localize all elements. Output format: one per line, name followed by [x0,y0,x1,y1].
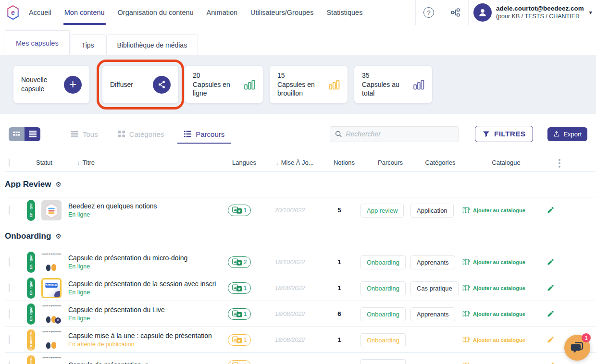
edit-pencil-icon[interactable] [547,284,554,291]
languages-badge: A ★ 1 [228,334,251,346]
category-chip: Cas pratique [410,281,459,295]
add-to-catalog-button[interactable]: Ajouter au catalogue [460,362,542,364]
table-row[interactable]: En ligne Capsule de présentation TUTORIA… [5,249,596,275]
add-to-catalog-button[interactable]: Ajouter au catalogue [460,336,542,343]
filter-tab-parcours[interactable]: Parcours [184,130,224,138]
select-all-checkbox[interactable] [9,158,10,167]
diffuser-card[interactable]: Diffuser [102,66,178,103]
add-to-catalog-button[interactable]: Ajouter au catalogue [460,206,542,214]
languages-count: 2 [244,259,247,266]
row-checkbox[interactable] [9,283,10,292]
stat-card-online[interactable]: 20 Capsules en ligne [185,66,263,103]
row-checkbox[interactable] [9,335,10,344]
gear-icon[interactable] [55,181,62,188]
nav-statistiques[interactable]: Statistiques [326,7,362,18]
nav-utilisateurs[interactable]: Utilisateurs/Groupes [250,7,313,18]
new-capsule-card[interactable]: Nouvelle capsule [13,66,89,103]
nav-animation[interactable]: Animation [207,7,237,18]
parcours-chip: Onboarding [360,333,406,347]
export-icon [553,131,560,137]
tab-tips[interactable]: Tips [71,35,105,55]
table-row[interactable]: En attente... Capsule de présentation TU… [5,327,596,353]
stat-card-total[interactable]: 35 Capsules au total [354,66,432,103]
help-button[interactable] [415,0,442,25]
filter-tab-tous[interactable]: Tous [71,130,98,138]
table-row[interactable]: En attente... Capsule de présentation TU… [5,353,596,364]
row-checkbox[interactable] [9,309,10,318]
capsule-thumbnail[interactable]: Capsule de présentation TUTORIAL [41,252,62,272]
stat-draft-text: 15 Capsules en brouillon [277,71,323,98]
row-checkbox[interactable] [9,206,10,215]
catalog-book-icon [462,310,470,317]
languages-count: 1 [244,285,247,291]
table-row[interactable]: En ligne Capsule de présentation TUTORIA… [5,197,596,223]
status-pill-label: En ligne [29,203,33,217]
table-row[interactable]: En ligne Capsule de présentation TUTORIA… [5,301,596,327]
add-to-catalog-button[interactable]: Ajouter au catalogue [460,258,542,266]
languages-count: 1 [244,337,247,343]
list-view-icon[interactable] [25,127,40,141]
gear-icon[interactable] [55,232,62,240]
stat-card-draft[interactable]: 15 Capsules en brouillon [270,66,348,103]
capsule-title[interactable]: Capsule de présentation de la session av… [68,280,216,288]
col-mise-a-jour[interactable]: Mise À Jo... [266,159,323,166]
table-body: App Review En ligne Capsule de présentat… [5,171,596,364]
capsule-thumbnail[interactable]: Capsule de présentation TUTORIAL [41,356,62,364]
languages-badge: A ★ 1 [228,205,251,216]
row-checkbox[interactable] [9,257,10,267]
chat-widget-button[interactable]: 1 [564,335,590,361]
chevron-down-icon [589,9,592,16]
edit-pencil-icon[interactable] [547,258,554,266]
catalog-book-icon [462,336,470,343]
capsule-thumbnail[interactable]: Capsule de présentation TUTORIAL [41,304,62,324]
capsule-thumbnail[interactable]: Capsule de présentation TUTORIAL [41,330,62,350]
add-to-catalog-button[interactable]: Ajouter au catalogue [460,284,542,291]
capsule-title[interactable]: Beedeez en quelques notions [68,202,216,210]
translate-icon: A ★ [232,310,242,318]
table-row[interactable]: En ligne Capsule de présentation TUTORIA… [5,275,596,301]
edit-pencil-icon[interactable] [547,206,554,214]
view-toggle [9,127,40,141]
grid-view-icon[interactable] [9,127,25,141]
languages-badge: A ★ 1 [228,282,251,294]
capsule-title[interactable]: Capsule mise à la une : capsule de prése… [68,332,216,340]
nav-organisation[interactable]: Organisation du contenu [118,7,194,18]
org-chart-button[interactable] [442,0,468,25]
filter-tab-categories[interactable]: Catégories [118,130,164,138]
status-pill-label: En ligne [29,255,33,269]
export-button[interactable]: Export [547,127,587,141]
row-checkbox[interactable] [9,361,10,364]
ordered-list-icon [184,131,191,137]
user-menu[interactable]: adele.courtot@beedeez.com (pour KB / TES… [468,0,596,25]
plus-icon[interactable] [64,76,82,94]
nav-accueil[interactable]: Accueil [29,7,51,18]
capsule-title[interactable]: Capsule de présentation ☺ [68,361,216,364]
user-email: adele.courtot@beedeez.com [496,5,584,12]
person-illustration [46,342,50,349]
languages-count: 1 [244,363,247,364]
capsule-thumbnail[interactable]: Capsule de présentation TUTORIAL [41,278,62,298]
sort-down-icon[interactable] [275,159,279,166]
edit-pencil-icon[interactable] [547,362,554,364]
beedeez-logo-icon[interactable]: e [6,4,20,21]
add-to-catalog-button[interactable]: Ajouter au catalogue [460,310,542,317]
category-chip: Apprenants [410,255,455,269]
share-icon[interactable] [153,76,171,94]
capsule-thumbnail[interactable]: Capsule de présentation TUTORIAL [41,200,62,220]
tab-mes-capsules[interactable]: Mes capsules [5,30,70,55]
person-illustration [51,342,56,349]
status-pill-label: En ligne [29,307,33,321]
tab-bibliotheque[interactable]: Bibliothèque de médias [106,35,199,55]
search-icon [335,130,342,138]
capsule-title[interactable]: Capsule de présentation du Live [68,306,216,314]
search-input[interactable] [346,130,453,138]
capsule-title[interactable]: Capsule de présentation du micro-doing [68,254,216,262]
nav-mon-contenu[interactable]: Mon contenu [64,7,105,18]
sort-down-icon[interactable] [77,159,80,166]
filters-button[interactable]: FILTRES [475,126,534,142]
col-statut: Statut [27,159,73,166]
edit-pencil-icon[interactable] [547,336,554,343]
col-titre[interactable]: Titre [73,159,222,166]
edit-pencil-icon[interactable] [547,310,554,317]
cards-band: Nouvelle capsule Diffuser 20 [0,55,596,114]
